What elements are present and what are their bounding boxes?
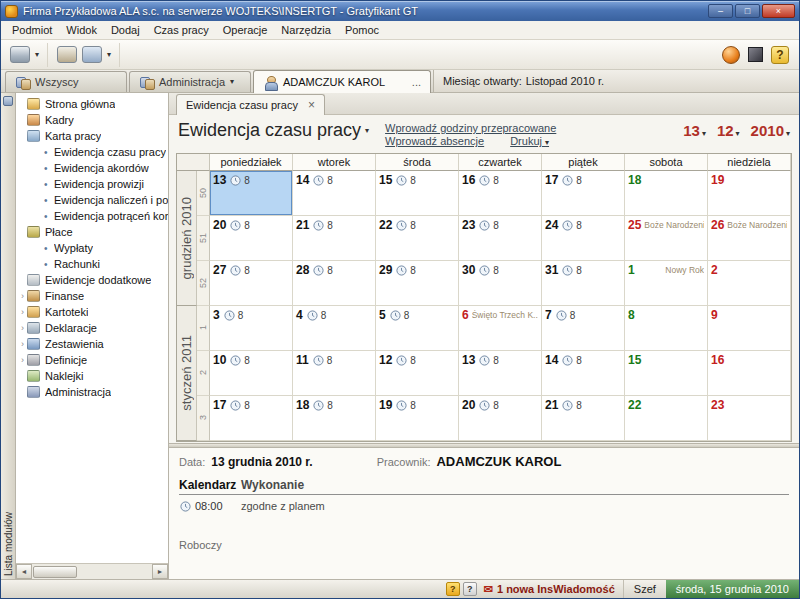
calendar-day-cell[interactable]: 6Święto Trzech K... [459, 306, 542, 351]
calendar-day-cell[interactable]: 15 [625, 351, 708, 396]
sidebar-item-finanse[interactable]: ›Finanse [16, 288, 168, 304]
close-button[interactable]: × [762, 4, 795, 18]
sidebar-item-ewidencje-dodatkowe[interactable]: Ewidencje dodatkowe [16, 272, 168, 288]
calendar-day-cell[interactable]: 198 [376, 396, 459, 441]
tab-adamczuk-karol[interactable]: ADAMCZUK KAROL... [253, 70, 431, 93]
sidebar-item-administracja[interactable]: Administracja [16, 384, 168, 400]
calendar-day-cell[interactable]: 58 [376, 306, 459, 351]
question-icon[interactable]: ? [463, 582, 477, 596]
calendar-day-cell[interactable]: 178 [542, 171, 625, 216]
insert-logo-icon[interactable] [722, 46, 740, 64]
calendar-day-cell[interactable]: 158 [376, 171, 459, 216]
calendar-day-cell[interactable]: 25Boże Narodzeni... [625, 216, 708, 261]
calendar-day-cell[interactable]: 278 [210, 261, 293, 306]
calendar-day-cell[interactable]: 138 [459, 351, 542, 396]
tab-wszyscy[interactable]: Wszyscy [5, 71, 127, 92]
calendar-day-cell[interactable]: 108 [210, 351, 293, 396]
insmail-message[interactable]: ✉ 1 nowa InsWiadomość [484, 583, 615, 596]
calendar-day-cell[interactable]: 26Boże Narodzeni... [708, 216, 791, 261]
menu-podmiot[interactable]: Podmiot [5, 22, 59, 38]
calendar-day-cell[interactable]: 22 [625, 396, 708, 441]
calendar-day-cell[interactable]: 308 [459, 261, 542, 306]
tab-ewidencja-czasu-pracy[interactable]: Ewidencja czasu pracy × [176, 94, 325, 115]
calendar-day-cell[interactable]: 78 [542, 306, 625, 351]
calendar-day-cell[interactable]: 318 [542, 261, 625, 306]
scroll-right-arrow[interactable]: ► [152, 564, 168, 579]
calendar-day-cell[interactable]: 238 [459, 216, 542, 261]
sidebar-item-wypłaty[interactable]: •Wypłaty [16, 240, 168, 256]
sidebar-item-ewidencja-akordów[interactable]: •Ewidencja akordów [16, 160, 168, 176]
calendar-day-cell[interactable]: 23 [708, 396, 791, 441]
menu-pomoc[interactable]: Pomoc [338, 22, 386, 38]
sidebar-item-ewidencja-naliczeń-i-potrąceń[interactable]: •Ewidencja naliczeń i potrąceń [16, 192, 168, 208]
tab-close-icon[interactable]: × [308, 98, 315, 112]
sidebar-item-definicje[interactable]: ›Definicje [16, 352, 168, 368]
calendar-day-cell[interactable]: 128 [376, 351, 459, 396]
sidebar-item-strona-główna[interactable]: Strona główna [16, 96, 168, 112]
year-select[interactable]: 2010▾ [751, 123, 790, 138]
sidebar-item-naklejki[interactable]: Naklejki [16, 368, 168, 384]
calendar-day-cell[interactable]: 19 [708, 171, 791, 216]
calendar-day-cell[interactable]: 228 [376, 216, 459, 261]
calendar-day-cell[interactable]: 248 [542, 216, 625, 261]
menu-czas-pracy[interactable]: Czas pracy [147, 22, 216, 38]
calendar-day-cell[interactable]: 168 [459, 171, 542, 216]
calendar-day-cell[interactable]: 8 [625, 306, 708, 351]
calendar-day-cell[interactable]: 298 [376, 261, 459, 306]
tab-administracja[interactable]: Administracja▾ [129, 71, 251, 92]
cube-icon[interactable] [748, 47, 763, 62]
minimize-button[interactable]: – [708, 4, 733, 18]
module-list-strip[interactable]: Lista modułów [1, 93, 16, 579]
menu-dodaj[interactable]: Dodaj [104, 22, 147, 38]
calendar-day-cell[interactable]: 2 [708, 261, 791, 306]
calendar-day-cell[interactable]: 218 [293, 216, 376, 261]
calendar-day-cell[interactable]: 118 [293, 351, 376, 396]
menu-operacje[interactable]: Operacje [216, 22, 275, 38]
calendar-day-cell[interactable]: 1Nowy Rok [625, 261, 708, 306]
calendar-day-cell[interactable]: 148 [542, 351, 625, 396]
maximize-button[interactable]: □ [735, 4, 760, 18]
printer-dropdown[interactable]: ▾ [34, 50, 40, 60]
calendar-day-cell[interactable]: 138 [210, 171, 293, 216]
calendar-day-cell[interactable]: 9 [708, 306, 791, 351]
sidebar-item-zestawienia[interactable]: ›Zestawienia [16, 336, 168, 352]
calendar-day-cell[interactable]: 188 [293, 396, 376, 441]
sidebar-item-deklaracje[interactable]: ›Deklaracje [16, 320, 168, 336]
calendar-day-cell[interactable]: 208 [459, 396, 542, 441]
send-dropdown[interactable]: ▾ [106, 50, 112, 60]
sidebar-item-kadry[interactable]: Kadry [16, 112, 168, 128]
sidebar-item-karta-pracy[interactable]: Karta pracy [16, 128, 168, 144]
sidebar-item-ewidencja-potrąceń-komorni[interactable]: •Ewidencja potrąceń komorni [16, 208, 168, 224]
calendar-day-cell[interactable]: 148 [293, 171, 376, 216]
scroll-thumb[interactable] [33, 566, 77, 578]
calendar-day-cell[interactable]: 178 [210, 396, 293, 441]
send-button[interactable] [81, 45, 103, 64]
sidebar-item-ewidencja-prowizji[interactable]: •Ewidencja prowizji [16, 176, 168, 192]
tip-icon[interactable]: ? [446, 582, 460, 596]
calendar-day-cell[interactable]: 288 [293, 261, 376, 306]
calendar-day-cell[interactable]: 208 [210, 216, 293, 261]
calendar-day-cell[interactable]: 218 [542, 396, 625, 441]
sidebar-item-ewidencja-czasu-pracy[interactable]: •Ewidencja czasu pracy [16, 144, 168, 160]
sidebar-item-płace[interactable]: Płace [16, 224, 168, 240]
documents-button[interactable] [56, 45, 78, 64]
menu-narzędzia[interactable]: Narzędzia [274, 22, 338, 38]
sidebar-item-kartoteki[interactable]: ›Kartoteki [16, 304, 168, 320]
printer-button[interactable] [9, 45, 31, 64]
print-link[interactable]: Drukuj ▾ [510, 135, 549, 147]
calendar-day-cell[interactable]: 38 [210, 306, 293, 351]
enter-hours-link[interactable]: Wprowadź godziny przepracowane [385, 122, 556, 134]
menu-widok[interactable]: Widok [59, 22, 104, 38]
calendar-day-cell[interactable]: 18 [625, 171, 708, 216]
day-select[interactable]: 13▾ [683, 123, 706, 138]
detail-table-row[interactable]: 08:00 zgodne z planem [179, 495, 789, 512]
title-dropdown-icon[interactable]: ▾ [365, 127, 369, 135]
scroll-left-arrow[interactable]: ◄ [16, 564, 32, 579]
help-button[interactable]: ? [771, 46, 789, 64]
enter-absence-link[interactable]: Wprowadź absencje [385, 135, 484, 147]
calendar-day-cell[interactable]: 16 [708, 351, 791, 396]
sidebar-scrollbar[interactable]: ◄ ► [16, 563, 168, 579]
calendar-day-cell[interactable]: 48 [293, 306, 376, 351]
month-select[interactable]: 12▾ [717, 123, 740, 138]
sidebar-item-rachunki[interactable]: •Rachunki [16, 256, 168, 272]
